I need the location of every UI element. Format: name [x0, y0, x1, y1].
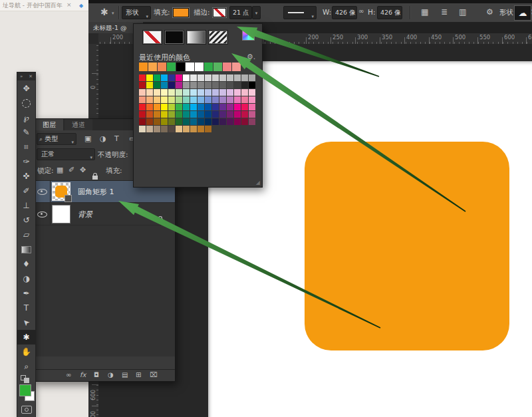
color-swatch[interactable]: [139, 118, 146, 125]
shape-height-field[interactable]: 426 像: [377, 6, 402, 19]
color-swatch[interactable]: [146, 82, 153, 88]
blur-tool[interactable]: ♦: [17, 257, 35, 271]
color-swatch[interactable]: [139, 74, 146, 81]
color-swatch[interactable]: [190, 111, 197, 118]
color-swatch[interactable]: [161, 126, 168, 132]
color-swatch[interactable]: [234, 74, 241, 81]
color-swatch[interactable]: [241, 104, 248, 110]
color-swatch[interactable]: [176, 118, 182, 125]
mask-icon[interactable]: ◘: [94, 371, 99, 378]
shape-width-field[interactable]: 426 像: [332, 6, 357, 19]
color-swatch[interactable]: [154, 82, 160, 88]
color-swatch[interactable]: [183, 96, 190, 103]
color-swatch[interactable]: [168, 126, 175, 132]
color-swatch[interactable]: [241, 74, 248, 81]
color-swatch[interactable]: [227, 89, 233, 96]
brush-tool[interactable]: ✐: [17, 184, 35, 198]
color-swatch[interactable]: [241, 111, 248, 118]
lock-transparency-icon[interactable]: ▦: [57, 166, 63, 174]
color-swatch[interactable]: [168, 96, 175, 103]
stroke-color-swatch[interactable]: [213, 9, 225, 17]
fill-type-solid-button[interactable]: [165, 31, 184, 44]
color-swatch[interactable]: [241, 96, 248, 103]
lock-move-icon[interactable]: ✥: [80, 166, 86, 174]
tab-layers[interactable]: 图层: [35, 119, 63, 130]
tab-channels[interactable]: 通道: [65, 119, 92, 130]
color-swatch[interactable]: [161, 104, 168, 110]
color-swatch[interactable]: [241, 89, 248, 96]
color-swatch[interactable]: [139, 82, 146, 88]
color-swatch[interactable]: [227, 104, 233, 110]
folder-icon[interactable]: ▤: [122, 371, 128, 378]
link-icon[interactable]: ∞: [66, 371, 71, 378]
adjustment-icon[interactable]: ◑: [108, 371, 114, 378]
color-swatch[interactable]: [205, 74, 211, 81]
color-swatch[interactable]: [161, 89, 168, 96]
color-swatch[interactable]: [161, 82, 168, 88]
color-swatch[interactable]: [183, 126, 190, 132]
new-layer-icon[interactable]: ⊞: [136, 371, 141, 378]
color-swatch[interactable]: [234, 82, 241, 88]
recent-color-swatch[interactable]: [158, 63, 166, 71]
color-swatch[interactable]: [234, 96, 241, 103]
color-swatch[interactable]: [205, 111, 211, 118]
lock-paint-icon[interactable]: ✐: [68, 166, 74, 174]
color-swatch[interactable]: [146, 104, 153, 110]
tools-panel-header[interactable]: » ✕: [17, 72, 35, 80]
color-swatch[interactable]: [176, 126, 182, 132]
color-swatch[interactable]: [146, 96, 153, 103]
color-swatch[interactable]: [154, 104, 160, 110]
color-swatch[interactable]: [212, 89, 219, 96]
color-swatch[interactable]: [154, 89, 160, 96]
path-arrangement-icon[interactable]: ▥: [459, 7, 466, 17]
color-swatch[interactable]: [183, 111, 190, 118]
link-dimensions-icon[interactable]: ∞: [358, 7, 364, 15]
shape-preview-thumbnail[interactable]: ☁: [514, 5, 531, 21]
blend-mode-select[interactable]: 正常 ▾: [37, 148, 95, 160]
color-swatch[interactable]: [190, 126, 197, 132]
eraser-tool[interactable]: ▱: [17, 227, 35, 242]
color-swatch[interactable]: [212, 111, 219, 118]
color-swatch[interactable]: [154, 96, 160, 103]
color-swatch[interactable]: [234, 89, 241, 96]
color-swatch[interactable]: [146, 89, 153, 96]
color-swatch[interactable]: [227, 111, 233, 118]
gradient-tool[interactable]: [17, 242, 35, 257]
color-swatch[interactable]: [234, 118, 241, 125]
filter-type-layers-icon[interactable]: T: [114, 134, 119, 143]
tool-preset-caret-icon[interactable]: ▾: [112, 11, 114, 16]
color-swatch[interactable]: [176, 104, 182, 110]
color-swatch[interactable]: [219, 89, 226, 96]
color-swatch[interactable]: [183, 118, 190, 125]
color-swatch[interactable]: [234, 104, 241, 110]
color-swatch[interactable]: [183, 89, 190, 96]
color-swatch[interactable]: [205, 89, 211, 96]
fill-type-gradient-button[interactable]: [187, 31, 205, 44]
color-swatch[interactable]: [168, 111, 175, 118]
color-swatch[interactable]: [219, 118, 226, 125]
rounded-rectangle-shape[interactable]: [305, 142, 509, 350]
color-swatch[interactable]: [205, 96, 211, 103]
color-swatch[interactable]: [168, 82, 175, 88]
pen-tool[interactable]: ✒: [17, 286, 35, 301]
color-swatch[interactable]: [161, 74, 168, 81]
spot-healing-brush-tool[interactable]: ✜: [17, 169, 35, 184]
color-swatch[interactable]: [198, 104, 204, 110]
color-swatch[interactable]: [198, 82, 204, 88]
color-wheel-icon[interactable]: [242, 29, 255, 41]
recent-color-swatch[interactable]: [139, 63, 148, 71]
color-swatch[interactable]: [219, 104, 226, 110]
filter-adjustment-layers-icon[interactable]: ◑: [100, 134, 106, 143]
color-swatch[interactable]: [168, 74, 175, 81]
color-swatch[interactable]: [139, 111, 146, 118]
fill-type-none-button[interactable]: [143, 31, 162, 44]
color-swatch[interactable]: [168, 89, 175, 96]
color-swatch[interactable]: [139, 126, 146, 132]
path-operations-icon[interactable]: ▦: [421, 7, 428, 17]
color-swatch[interactable]: [205, 126, 211, 132]
color-swatch[interactable]: [212, 74, 219, 81]
color-swatch[interactable]: [176, 96, 182, 103]
collapse-panel-icon[interactable]: »: [20, 74, 23, 79]
recent-color-swatch[interactable]: [232, 63, 241, 71]
recent-color-swatch[interactable]: [195, 63, 203, 71]
